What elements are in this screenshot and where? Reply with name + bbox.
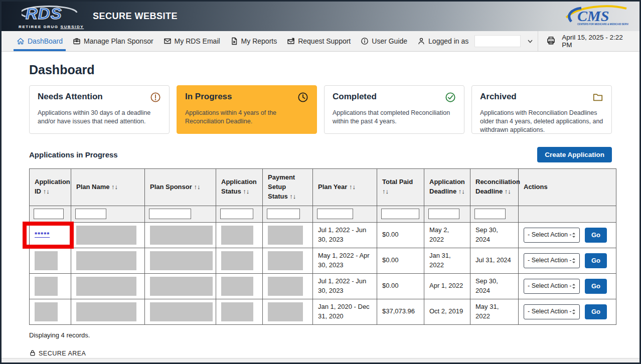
nav-item-dashboard[interactable]: DashBoard [12,31,68,51]
go-button[interactable]: Go [585,304,607,319]
redacted-value [268,226,303,245]
go-button[interactable]: Go [585,253,607,268]
action-select-label: - Select Action - [528,231,572,240]
column-label: Application Status [221,178,257,195]
table-section-header: Applications in Progress Create Applicat… [29,147,612,162]
cell-total-paid: $0.00 [377,222,424,248]
column-label: Total Paid [382,178,413,186]
nav-item-user-guide[interactable]: User Guide [356,31,412,51]
column-label: Application ID [35,178,70,195]
filter-input-application-id[interactable] [34,209,64,219]
filter-input-plan-name[interactable] [75,209,106,219]
go-button[interactable]: Go [585,228,607,243]
filter-input-plan-sponsor[interactable] [149,209,191,219]
filter-cell-plan-year [313,206,377,222]
cell-total-paid: $37,073.96 [377,299,424,324]
cms-tagline: CENTERS FOR MEDICARE & MEDICAID SERVICES [577,23,628,26]
nav-item-manage-plan-sponsor[interactable]: Manage Plan Sponsor [68,31,158,51]
go-button[interactable]: Go [585,279,607,294]
cell-payment-setup-status [263,248,313,273]
footer-link-accessibility[interactable]: Accessibility [307,361,349,364]
cell-reconciliation-deadline: May 31, 2022 [470,299,519,324]
column-header-application-id[interactable]: Application ID ↑↓ [30,169,71,206]
sort-icon[interactable]: ↑↓ [109,183,118,191]
application-id-link[interactable]: ***** [35,231,50,238]
sort-icon[interactable]: ↑↓ [503,188,511,195]
sort-icon[interactable]: ↑↓ [192,183,201,191]
user-icon [417,37,425,45]
card-head: In Progress [185,92,308,105]
nav-item-request-support[interactable]: Request Support [282,31,356,51]
cell-value: May 2, 2022 [429,226,449,243]
action-select-dropdown[interactable]: - Select Action - [524,253,580,268]
filter-input-plan-year[interactable] [317,209,353,219]
cell-application-status [216,248,263,273]
nav-item-my-reports[interactable]: My Reports [225,31,282,51]
card-completed[interactable]: CompletedApplications that completed Rec… [324,85,464,134]
filter-input-application-deadline[interactable] [428,209,459,219]
filter-input-payment-setup-status[interactable] [267,209,300,219]
filter-input-application-status[interactable] [220,209,253,219]
cell-application-deadline: May 2, 2022 [424,222,470,248]
column-header-application-deadline[interactable]: Application Deadline ↑↓ [424,169,470,206]
support-icon [287,37,295,45]
sort-icon[interactable]: ↑↓ [241,188,250,195]
sort-icon[interactable]: ↑↓ [347,183,356,191]
create-application-button[interactable]: Create Application [537,147,612,162]
column-header-reconciliation-deadline[interactable]: Reconciliation Deadline ↑↓ [470,169,519,206]
redacted-value [150,302,213,321]
print-icon[interactable] [546,36,556,47]
column-header-plan-year[interactable]: Plan Year ↑↓ [313,169,377,206]
chevron-down-icon[interactable] [528,40,533,43]
filter-input-reconciliation-deadline[interactable] [474,209,506,219]
nav-items: DashBoardManage Plan SponsorMy RDS Email… [12,31,538,51]
column-header-actions: Actions [519,169,616,206]
footer-link-vulnerability-disclosure-policy[interactable]: Vulnerability Disclosure Policy [365,361,463,364]
sort-icon[interactable]: ↑↓ [288,193,296,200]
action-select-dropdown[interactable]: - Select Action - [524,279,580,294]
folder-icon [592,92,603,105]
main-navbar: DashBoardManage Plan SponsorMy RDS Email… [2,31,639,52]
actions-cell: - Select Action -Go [524,253,611,268]
column-header-application-status[interactable]: Application Status ↑↓ [216,169,263,206]
card-needs-attention[interactable]: Needs AttentionApplications within 30 da… [29,85,170,134]
action-select-dropdown[interactable]: - Select Action - [524,228,580,243]
nav-item-label: My RDS Email [175,37,220,45]
filter-input-total-paid[interactable] [381,209,419,219]
card-title: Needs Attention [38,92,103,102]
envelope-icon [164,37,172,45]
filter-cell-actions [519,206,616,222]
rds-logo: RDS Retiree Drug Subsidy [19,4,80,30]
cell-application-id [30,248,71,273]
rds-logo-text: RDS [26,5,62,23]
cell-value: Jul 31, 2024 [475,256,511,264]
nav-item-my-rds-email[interactable]: My RDS Email [158,31,225,51]
footer-link-user-agreement[interactable]: User Agreement [239,361,291,364]
cell-actions: - Select Action -Go [519,248,616,273]
card-in-progress[interactable]: In ProgressApplications within 4 years o… [177,85,317,134]
footer-link-privacy-policy[interactable]: Privacy Policy [178,361,224,364]
card-archived[interactable]: ArchivedApplications with Reconciliation… [471,85,612,134]
nav-item-logged-in-as[interactable]: Logged in as [412,31,538,51]
logged-in-user-select[interactable] [474,35,521,47]
datetime-label: April 15, 2025 - 2:22 PM [562,34,630,49]
filter-cell-application-status [216,206,263,222]
action-select-dropdown[interactable]: - Select Action - [524,304,580,319]
cell-payment-setup-status [263,299,313,324]
nav-item-label: DashBoard [28,37,63,45]
card-title: In Progress [185,92,232,102]
column-header-total-paid[interactable]: Total Paid ↑↓ [377,169,424,206]
cell-plan-year: Jul 1, 2022 - Jun 30, 2023 [313,222,377,248]
column-header-plan-sponsor[interactable]: Plan Sponsor ↑↓ [145,169,216,206]
column-header-plan-name[interactable]: Plan Name ↑↓ [71,169,145,206]
action-select-label: - Select Action - [528,307,572,316]
action-select-label: - Select Action - [528,256,572,265]
column-header-payment-setup-status[interactable]: Payment Setup Status ↑↓ [263,169,313,206]
sort-icon[interactable]: ↑↓ [456,188,465,195]
redacted-value [35,277,58,296]
select-caret-icon [572,258,576,264]
nav-item-label: My Reports [241,37,277,45]
sort-icon[interactable]: ↑↓ [382,188,389,195]
cms-logo-text: CMS [577,8,609,24]
sort-icon[interactable]: ↑↓ [41,188,50,195]
